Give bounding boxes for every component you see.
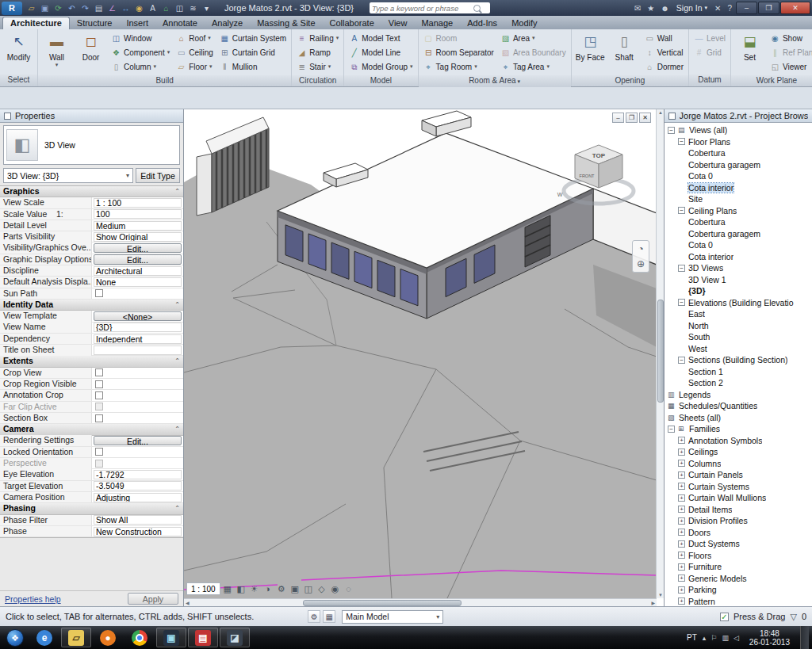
tree-item-detail-items[interactable]: +Detail Items xyxy=(665,504,812,516)
tree-item-doors[interactable]: +Doors xyxy=(665,527,812,539)
help-icon[interactable]: ? xyxy=(727,4,732,13)
tree-item-cota-interior[interactable]: Cota interior xyxy=(665,182,812,194)
print-icon[interactable]: ▤ xyxy=(93,2,105,14)
roof-button[interactable]: ⌂Roof▾ xyxy=(174,31,216,45)
property-input[interactable]: None xyxy=(94,277,182,287)
vertical-scrollbar-thumb[interactable] xyxy=(657,300,664,403)
tree-item-cobertura[interactable]: Cobertura xyxy=(665,147,812,159)
tree-expand-icon[interactable]: + xyxy=(678,540,685,548)
language-indicator[interactable]: PT xyxy=(687,633,697,642)
property-checkbox[interactable] xyxy=(95,448,103,456)
tree-item-section-1[interactable]: Section 1 xyxy=(665,366,812,378)
unlocked-view-icon[interactable]: ◇ xyxy=(316,582,328,595)
property-input[interactable]: 1 : 100 xyxy=(94,198,182,208)
taskbar-clock[interactable]: 18:48 26-01-2013 xyxy=(749,629,790,647)
section-identity-data[interactable]: Identity Data⌃ xyxy=(0,300,183,311)
grid-button[interactable]: #Grid xyxy=(691,45,728,59)
media-app-icon[interactable]: ● xyxy=(93,628,123,647)
edit-type-button[interactable]: Edit Type xyxy=(136,168,180,183)
tree-collapse-icon[interactable]: − xyxy=(668,426,675,433)
tree-item-cobertura-garagem[interactable]: Cobertura garagem xyxy=(665,159,812,171)
panel-label-opening[interactable]: Opening xyxy=(572,75,688,86)
property-checkbox[interactable] xyxy=(95,368,103,376)
tree-item-floors[interactable]: +Floors xyxy=(665,550,812,562)
text-icon[interactable]: A xyxy=(147,2,159,14)
worksets-icon[interactable]: ⚙ xyxy=(308,610,320,623)
tree-expand-icon[interactable]: + xyxy=(678,517,685,525)
area-button[interactable]: ▨Area▾ xyxy=(498,31,569,45)
tree-expand-icon[interactable]: + xyxy=(678,460,685,467)
photo-viewer-icon[interactable]: ◪ xyxy=(220,628,250,647)
reveal-hidden-elements-icon[interactable]: ◌ xyxy=(343,582,355,595)
design-option-select[interactable]: Main Model xyxy=(342,610,443,624)
garage-side-wall[interactable] xyxy=(197,154,212,216)
action-center-icon[interactable]: ⚐ xyxy=(710,634,717,642)
tree-item-families[interactable]: −⊞Families xyxy=(665,423,812,435)
tree-item-cota-0[interactable]: Cota 0 xyxy=(665,170,812,182)
property-input[interactable]: Show All xyxy=(94,515,182,525)
ref-plane-button[interactable]: ∥Ref Plane xyxy=(768,45,812,59)
panel-label-room-area[interactable]: Room & Area▾ xyxy=(419,75,571,87)
ceiling-button[interactable]: ▭Ceiling xyxy=(174,45,216,59)
tree-item-generic-models[interactable]: +Generic Models xyxy=(665,573,812,585)
property-input[interactable]: Medium xyxy=(94,221,182,231)
area-boundary-button[interactable]: ▧Area Boundary xyxy=(498,45,569,59)
tree-item-north[interactable]: North xyxy=(665,320,812,332)
tree-item-3d-views[interactable]: −3D Views xyxy=(665,262,812,274)
crop-view-icon[interactable]: ▣ xyxy=(289,582,301,595)
network-icon[interactable]: ▥ xyxy=(722,634,729,642)
tree-expand-icon[interactable]: + xyxy=(678,552,685,559)
property-checkbox[interactable] xyxy=(95,460,103,468)
sun-path-icon[interactable]: ☀ xyxy=(248,582,261,595)
tree-item-legends[interactable]: ▥Legends xyxy=(665,389,812,401)
properties-help-link[interactable]: Properties help xyxy=(5,594,61,604)
tab-structure[interactable]: Structure xyxy=(70,17,120,29)
volume-icon[interactable]: ◁ xyxy=(733,634,739,642)
tree-item-ceilings[interactable]: +Ceilings xyxy=(665,446,812,458)
tree-item-curtain-panels[interactable]: +Curtain Panels xyxy=(665,469,812,481)
tree-item-east[interactable]: East xyxy=(665,308,812,320)
tree-item-columns[interactable]: +Columns xyxy=(665,458,812,470)
start-button[interactable]: ❖ xyxy=(2,627,29,648)
tree-expand-icon[interactable]: + xyxy=(678,483,685,490)
window[interactable] xyxy=(308,234,326,270)
shaft-button[interactable]: ▯Shaft xyxy=(608,31,641,74)
ramp-button[interactable]: ◢Ramp xyxy=(294,45,341,59)
search-box[interactable] xyxy=(370,2,490,13)
window[interactable] xyxy=(400,269,418,305)
component-button[interactable]: ❖Component▾ xyxy=(109,45,172,59)
pdf-app-icon[interactable]: ▤ xyxy=(188,628,218,647)
temporary-hide-isolate-icon[interactable]: ◉ xyxy=(329,582,342,595)
stair-button[interactable]: ≣Stair▾ xyxy=(294,59,341,74)
rendering-dialog-icon[interactable]: ⚙ xyxy=(275,582,288,595)
detail-level-icon[interactable]: ▦ xyxy=(221,582,234,595)
model-text-button[interactable]: AModel Text xyxy=(347,31,415,45)
section-graphics[interactable]: Graphics⌃ xyxy=(0,186,183,197)
tree-item-south[interactable]: South xyxy=(665,331,812,343)
wall-button[interactable]: ▬Wall▾ xyxy=(40,31,73,74)
railing-button[interactable]: ≡Railing▾ xyxy=(294,31,341,45)
window[interactable] xyxy=(285,225,303,262)
tree-item-west[interactable]: West xyxy=(665,343,812,355)
tree-expand-icon[interactable]: + xyxy=(678,494,685,502)
tree-item-3d-view-1[interactable]: 3D View 1 xyxy=(665,274,812,286)
tree-item-sheets-all[interactable]: ▧Sheets (all) xyxy=(665,412,812,424)
revit-application-menu[interactable]: R xyxy=(2,2,22,15)
tree-item-cota-interior[interactable]: Cota interior xyxy=(665,251,812,263)
tree-collapse-icon[interactable]: − xyxy=(678,207,685,214)
section-icon[interactable]: ◫ xyxy=(174,2,186,14)
tree-item-cobertura-garagem[interactable]: Cobertura garagem xyxy=(665,228,812,240)
open-icon[interactable]: ▱ xyxy=(25,2,37,14)
tree-item-duct-systems[interactable]: +Duct Systems xyxy=(665,538,812,550)
view-close-icon[interactable]: ✕ xyxy=(639,113,651,123)
property-checkbox[interactable] xyxy=(95,391,103,399)
3d-scene[interactable]: TOP FRONT W xyxy=(184,109,657,598)
tree-collapse-icon[interactable]: − xyxy=(678,265,685,272)
level-button[interactable]: —Level xyxy=(691,31,728,45)
search-input[interactable] xyxy=(372,4,473,13)
shadows-icon[interactable]: ◑ xyxy=(262,582,274,595)
project-browser-header[interactable]: Jorge Matos 2.rvt - Project Browser xyxy=(665,109,812,123)
view-minimize-icon[interactable]: – xyxy=(612,113,624,123)
tab-insert[interactable]: Insert xyxy=(119,17,155,29)
tree-expand-icon[interactable]: + xyxy=(678,471,685,479)
